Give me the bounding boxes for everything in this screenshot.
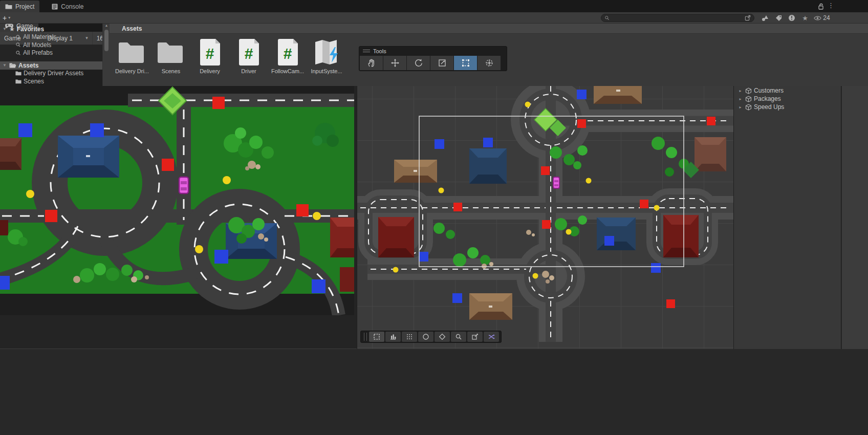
search-by-type-button[interactable]	[760, 13, 771, 23]
project-tree-scrollbar[interactable]: ▲	[102, 24, 110, 86]
pan-tool-button[interactable]	[360, 56, 383, 70]
project-search-input[interactable]	[612, 15, 743, 21]
game-player-car	[179, 177, 188, 193]
shuffle-icon	[488, 333, 495, 340]
asset-script-delivery[interactable]: # Delivery	[191, 38, 228, 74]
expand-arrow-icon[interactable]: ▼	[2, 27, 7, 31]
dot-grid-icon	[406, 333, 413, 340]
assets-root[interactable]: ▼ Assets	[0, 61, 102, 70]
project-panel: Project Console ⋮ +▾ ★ 24	[0, 0, 868, 86]
folder-icon	[15, 71, 21, 76]
favorites-filter-button[interactable]: ★	[799, 13, 811, 23]
csharp-script-icon: #	[237, 38, 261, 66]
marquee-overlay-button[interactable]	[369, 332, 384, 342]
sphere-overlay-button[interactable]	[418, 332, 433, 342]
rect-tool-icon	[461, 58, 470, 68]
gameobject-cube-icon	[745, 88, 752, 94]
tab-project[interactable]: Project	[0, 1, 39, 12]
tools-overlay: Tools	[359, 46, 507, 71]
project-toolbar: +▾ ★ 24	[0, 12, 868, 24]
hand-icon	[367, 58, 376, 68]
collapse-arrow-icon[interactable]: ▸	[737, 105, 743, 110]
hidden-count: 24	[823, 14, 830, 21]
transform-icon	[485, 58, 494, 68]
search-icon	[604, 15, 610, 20]
favorite-all-materials[interactable]: All Materials	[0, 33, 102, 41]
scale-icon	[438, 58, 447, 68]
favorite-all-models[interactable]: All Models	[0, 41, 102, 49]
scale-tool-button[interactable]	[430, 56, 453, 70]
svg-text:#: #	[284, 45, 292, 62]
tab-console-label: Console	[61, 3, 83, 10]
move-icon	[390, 58, 400, 68]
rotate-icon	[414, 58, 423, 68]
overlay-drag-handle[interactable]	[364, 333, 367, 341]
project-folder-tree: ▼ ★ Favorites All Materials All Models A…	[0, 24, 102, 86]
move-tool-button[interactable]	[383, 56, 406, 70]
asset-inputsystem-actions[interactable]: InputSyste...	[308, 38, 345, 74]
hierarchy-item-customers[interactable]: ▸ Customers	[734, 86, 841, 95]
folder-scenes[interactable]: Scenes	[0, 77, 102, 85]
asset-script-driver[interactable]: # Driver	[230, 38, 267, 74]
expand-arrow-icon[interactable]: ▼	[2, 63, 7, 68]
project-menu-icon[interactable]: ⋮	[828, 2, 834, 9]
gameobject-cube-icon	[745, 96, 752, 102]
lock-icon[interactable]	[818, 3, 824, 10]
open-search-window-icon[interactable]	[745, 15, 751, 21]
svg-text:#: #	[206, 45, 214, 62]
scene-player-car	[553, 177, 559, 188]
folder-delivery-driver-assets[interactable]: Delivery Driver Assets	[0, 70, 102, 78]
align-overlay-button[interactable]	[385, 332, 401, 342]
gameobject-cube-icon	[745, 104, 752, 111]
project-search[interactable]	[601, 14, 754, 22]
collapse-arrow-icon[interactable]: ▸	[737, 97, 743, 101]
favorite-all-prefabs[interactable]: All Prefabs	[0, 49, 102, 57]
scrollbar-thumb[interactable]	[104, 30, 108, 51]
project-tabstrip: Project Console ⋮	[0, 0, 868, 12]
folder-icon	[117, 40, 147, 64]
align-columns-icon	[389, 333, 397, 340]
shuffle-overlay-button[interactable]	[484, 332, 499, 342]
transform-tool-button[interactable]	[478, 56, 501, 70]
collapse-arrow-icon[interactable]: ▸	[737, 89, 743, 93]
tools-overlay-buttons	[359, 55, 507, 71]
game-viewport[interactable]	[0, 45, 357, 349]
scroll-up-icon[interactable]: ▲	[103, 24, 110, 27]
rotate-tool-button[interactable]	[407, 56, 430, 70]
sphere-icon	[422, 333, 429, 340]
folder-icon	[15, 79, 21, 84]
scene-viewport[interactable]: Tools	[357, 45, 733, 349]
hierarchy-item-packages[interactable]: ▸ Packages	[734, 95, 841, 103]
tools-overlay-header[interactable]: Tools	[359, 47, 507, 55]
search-icon	[15, 42, 21, 48]
unity-editor-window: Unity 6 | ES ▾ Asset Store ▾ Game ⋮	[0, 0, 868, 435]
csharp-script-icon: #	[198, 38, 222, 66]
paint-overlay-button[interactable]	[435, 332, 450, 342]
pick-overlay-button[interactable]	[467, 332, 483, 342]
create-asset-button[interactable]: +▾	[3, 14, 10, 22]
tab-console[interactable]: Console	[47, 1, 89, 12]
hierarchy-item-speed-ups[interactable]: ▸ Speed Ups	[734, 103, 841, 111]
tools-overlay-title: Tools	[373, 48, 386, 54]
favorites-root[interactable]: ▼ ★ Favorites	[0, 25, 102, 33]
edit-square-icon	[471, 333, 479, 340]
svg-text:#: #	[245, 45, 253, 62]
asset-folder-delivery-driver-assets[interactable]: Delivery Dri...	[114, 38, 150, 74]
asset-folder-scenes[interactable]: Scenes	[153, 38, 189, 74]
tag-icon	[775, 15, 782, 21]
shapes-icon	[762, 15, 769, 21]
rect-tool-button[interactable]	[454, 56, 477, 70]
marquee-icon	[373, 333, 380, 340]
asset-script-followcam[interactable]: # FollowCam...	[269, 38, 306, 74]
search-by-label-button[interactable]	[773, 13, 784, 23]
input-actions-icon	[312, 39, 341, 66]
plus-icon: +	[3, 14, 7, 22]
scene-city-render	[357, 45, 733, 349]
search-icon	[15, 34, 21, 40]
zoom-overlay-button[interactable]	[451, 332, 466, 342]
grid-overlay-button[interactable]	[402, 332, 417, 342]
csharp-script-icon: #	[276, 38, 299, 66]
hidden-packages-button[interactable]	[786, 13, 797, 23]
hidden-count-toggle[interactable]: 24	[812, 13, 832, 23]
paint-diamond-icon	[439, 333, 446, 340]
